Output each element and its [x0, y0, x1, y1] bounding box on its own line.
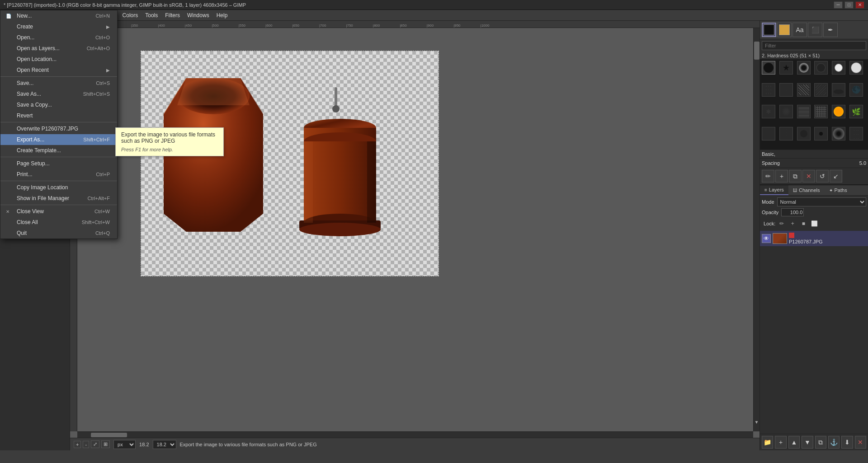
zoom-out-button[interactable]: -	[83, 441, 89, 448]
brush-cell-scatter[interactable]: ·· · · ···· ·	[779, 83, 793, 97]
menu-open-as-layers[interactable]: Open as Layers... Ctrl+Alt+O	[0, 43, 117, 54]
delete-layer-button[interactable]: ✕	[855, 436, 866, 449]
zoom-select[interactable]: 18.2 100 50 25	[153, 440, 176, 449]
tab-paths[interactable]: ✦ Paths	[825, 185, 852, 195]
menu-open-location[interactable]: Open Location...	[0, 54, 117, 65]
horizontal-scrollbar-thumb[interactable]	[91, 433, 127, 437]
new-layer-group-button[interactable]: 📁	[762, 436, 773, 449]
brush-stroke-icon[interactable]: ✒	[823, 23, 838, 37]
menu-new[interactable]: 📄 New... Ctrl+N	[0, 10, 117, 21]
brush-presets-row: Basic,	[760, 150, 868, 159]
brush-cell-lines[interactable]	[797, 105, 811, 118]
brush-cell-large-white[interactable]	[849, 61, 863, 75]
brush-new-icon[interactable]: +	[775, 170, 788, 182]
menu-export-as[interactable]: Export As... Shift+Ctrl+F	[0, 134, 117, 145]
brush-cell-rough[interactable]	[779, 105, 793, 118]
brush-edit-icon[interactable]: ✏	[762, 170, 774, 182]
brush-cell-sparse[interactable]: · ··· ·	[762, 127, 775, 140]
lock-all-icon[interactable]: ■	[799, 219, 808, 228]
brush-cell-hard-circle[interactable]	[814, 61, 828, 75]
lock-alpha-icon[interactable]: ⬜	[810, 219, 819, 228]
anchor-layer-button[interactable]: ⚓	[828, 436, 840, 449]
brush-cell-texture1[interactable]	[797, 83, 811, 97]
menu-quit[interactable]: Quit Ctrl+Q	[0, 228, 117, 239]
mode-select[interactable]: Normal Multiply Screen	[777, 197, 866, 206]
zoom-in-button[interactable]: +	[74, 441, 81, 448]
menu-open-recent[interactable]: Open Recent ▶	[0, 65, 117, 75]
layer-item[interactable]: 👁 P1260787.JPG	[760, 231, 868, 246]
menu-open[interactable]: Open... Ctrl+O	[0, 32, 117, 43]
vertical-scrollbar-thumb[interactable]	[754, 42, 760, 60]
brush-cell-oval[interactable]	[832, 83, 845, 97]
font-tool-icon[interactable]: Aa	[793, 23, 807, 37]
menu-create-template[interactable]: Create Template...	[0, 145, 117, 156]
merge-layers-button[interactable]: ⬇	[841, 436, 853, 449]
menu-save-copy[interactable]: Save a Copy...	[0, 99, 117, 110]
brush-delete-icon[interactable]: ✕	[802, 170, 815, 182]
minimize-button[interactable]: ─	[834, 1, 843, 9]
brush-cell-soft-circle[interactable]	[797, 61, 811, 75]
menu-windows[interactable]: Windows	[184, 11, 213, 19]
canvas-image-container[interactable]	[141, 51, 439, 276]
menu-open-shortcut: Ctrl+O	[95, 35, 110, 40]
unit-select[interactable]: px % mm	[113, 440, 136, 449]
scroll-down-arrow[interactable]: ▼	[754, 419, 760, 425]
horizontal-scrollbar[interactable]	[77, 431, 753, 438]
vertical-scrollbar[interactable]: ▼	[753, 28, 760, 431]
maximize-button[interactable]: □	[844, 1, 854, 9]
svg-rect-14	[304, 141, 313, 223]
menu-create[interactable]: Create ▶	[0, 21, 117, 32]
brush-filter-input[interactable]	[762, 41, 866, 50]
color-swatch-bg[interactable]	[777, 23, 792, 37]
color-swatch-fg[interactable]	[762, 23, 776, 37]
brush-cell-medium[interactable]	[797, 127, 811, 140]
duplicate-layer-button[interactable]: ⧉	[815, 436, 826, 449]
lock-position-icon[interactable]: +	[788, 219, 797, 228]
opacity-input[interactable]	[781, 208, 804, 216]
menu-overwrite[interactable]: Overwrite P1260787.JPG	[0, 123, 117, 134]
menu-revert[interactable]: Revert	[0, 110, 117, 121]
menu-close-all[interactable]: Close All Shift+Ctrl+W	[0, 217, 117, 228]
menu-save[interactable]: Save... Ctrl+S	[0, 78, 117, 89]
brush-cell-texture2[interactable]	[814, 83, 828, 97]
menu-close-view[interactable]: ✕ Close View Ctrl+W	[0, 206, 117, 217]
tab-layers[interactable]: ≡ Layers	[760, 185, 788, 195]
brush-cell-white-circle[interactable]	[832, 61, 845, 75]
new-layer-button[interactable]: +	[775, 436, 786, 449]
brush-cell-dots-pattern[interactable]: • • •• • •• • •	[762, 83, 775, 97]
brush-cell-circle-large[interactable]	[762, 61, 775, 75]
brush-cell-small-dot[interactable]	[814, 127, 828, 140]
brush-import-icon[interactable]: ↙	[830, 170, 842, 182]
brush-cell-star[interactable]: ★	[779, 61, 793, 75]
brush-cell-orange[interactable]	[832, 105, 845, 118]
menu-tools[interactable]: Tools	[142, 11, 161, 19]
layer-visibility-icon[interactable]: 👁	[762, 234, 771, 243]
menu-print[interactable]: Print... Ctrl+P	[0, 169, 117, 180]
ruler-mark: |700	[319, 23, 326, 28]
lock-pixels-icon[interactable]: ✏	[777, 219, 786, 228]
zoom-fill-button[interactable]: ⊞	[101, 440, 110, 448]
lower-layer-button[interactable]: ▼	[802, 436, 813, 449]
zoom-fit-button[interactable]: ⤢	[91, 440, 99, 448]
tab-channels[interactable]: Ш Channels	[788, 185, 825, 195]
brush-cell-speckle[interactable]: . . .. . .. . .	[849, 127, 863, 140]
brush-cell-large-grad[interactable]	[832, 127, 845, 140]
menu-help[interactable]: Help	[213, 11, 231, 19]
brush-cell-leaf[interactable]: 🌿	[849, 105, 863, 118]
menu-show-file-manager[interactable]: Show in File Manager Ctrl+Alt+F	[0, 193, 117, 204]
pattern-tool-icon[interactable]: ⬛	[808, 23, 822, 37]
menu-filters[interactable]: Filters	[161, 11, 184, 19]
brush-cell-grunge[interactable]: 🌑	[849, 83, 863, 97]
menu-colors[interactable]: Colors	[119, 11, 142, 19]
raise-layer-button[interactable]: ▲	[788, 436, 800, 449]
brush-cell-splat[interactable]: ✱	[762, 105, 775, 118]
brush-cell-dense[interactable]: ················	[779, 127, 793, 140]
menu-page-setup[interactable]: Page Setup...	[0, 158, 117, 169]
brush-refresh-icon[interactable]: ↺	[816, 170, 829, 182]
brush-cell-crosshatch[interactable]	[814, 105, 828, 118]
layers-bottom-icons: 📁 + ▲ ▼ ⧉ ⚓ ⬇ ✕	[760, 434, 868, 450]
menu-save-as[interactable]: Save As... Shift+Ctrl+S	[0, 89, 117, 99]
close-button[interactable]: ✕	[855, 1, 864, 9]
menu-copy-image-location[interactable]: Copy Image Location	[0, 182, 117, 193]
brush-duplicate-icon[interactable]: ⧉	[789, 170, 802, 182]
